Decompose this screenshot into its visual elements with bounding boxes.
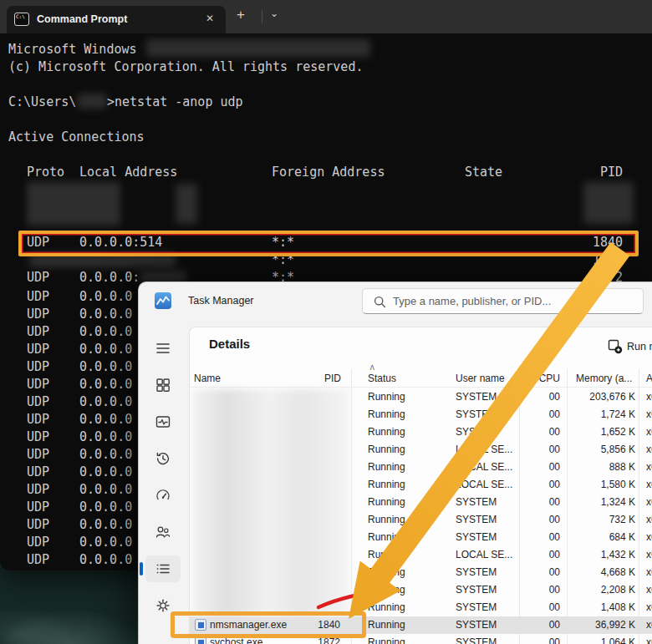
process-cpu: 00 (527, 514, 560, 525)
process-memory: 1,064 K (558, 636, 635, 644)
selected-indicator (140, 562, 143, 576)
process-cpu: 00 (527, 461, 560, 473)
redacted-netstat-rows (27, 182, 120, 226)
redacted-netstat-rows (583, 182, 634, 224)
sidebar-item-performance[interactable] (145, 408, 181, 435)
process-user: SYSTEM (456, 426, 497, 438)
netstat-row-proto: UDP (27, 394, 49, 409)
terminal-line-windows: Microsoft Windows (8, 42, 137, 57)
app-history-icon (155, 450, 171, 467)
netstat-row-local: 0.0.0.0 (79, 324, 132, 339)
run-new-task-button[interactable]: Run new task (608, 338, 652, 357)
close-tab-icon[interactable]: ✕ (206, 13, 214, 24)
task-manager-app-icon (155, 292, 171, 309)
process-arch: x64 (646, 531, 652, 543)
process-memory: 684 K (558, 531, 635, 543)
process-cpu: 00 (527, 584, 560, 596)
terminal-tab-bar: C:\ Command Prompt ✕ + ⌄ (0, 0, 652, 33)
process-status: Running (368, 584, 405, 596)
prompt-command: >netstat -anop udp (107, 94, 243, 109)
netstat-row-proto: UDP (27, 429, 49, 444)
tab-bar-divider (262, 10, 262, 23)
sidebar-item-processes[interactable] (145, 372, 181, 398)
netstat-row-local: 0.0.0.0 (79, 552, 132, 567)
process-user: LOCAL SE... (456, 549, 512, 560)
process-user: SYSTEM (456, 496, 497, 508)
process-arch: x64 (646, 566, 652, 578)
column-header-status[interactable]: Status (368, 373, 396, 384)
netstat-row-proto: UDP (27, 482, 49, 497)
process-cpu: 00 (527, 444, 560, 455)
netstat-row-proto: UDP (27, 552, 49, 567)
column-header-pid[interactable]: PID (291, 373, 341, 384)
netstat-row-proto: UDP (27, 342, 49, 357)
process-arch: x64 (646, 514, 652, 525)
netstat-row-proto: UDP (27, 377, 49, 392)
column-header-architecture[interactable]: Architecture (646, 373, 652, 384)
process-arch: x64 (646, 496, 652, 508)
tab-dropdown-icon[interactable]: ⌄ (270, 8, 278, 19)
new-tab-icon[interactable]: + (237, 7, 245, 23)
header-divider (190, 387, 652, 388)
command-prompt-icon-glyph: C:\ (16, 13, 25, 19)
column-header-memory[interactable]: Memory (a... (576, 373, 632, 384)
tab-title: Command Prompt (37, 13, 127, 25)
sort-ascending-icon: ᐱ (324, 364, 374, 372)
process-cpu: 00 (527, 479, 560, 490)
performance-icon (155, 413, 171, 430)
column-header-user[interactable]: User name (456, 373, 505, 384)
search-icon (374, 296, 386, 308)
process-status: Running (368, 444, 405, 455)
netstat-row-proto: UDP (27, 412, 49, 427)
process-status: Running (368, 619, 405, 631)
process-arch: x64 (646, 636, 652, 644)
netstat-row-local: 0.0.0.0 (79, 289, 132, 304)
processes-icon (155, 377, 171, 393)
process-user: SYSTEM (456, 514, 497, 525)
run-new-task-label: Run new task (627, 341, 652, 352)
netstat-col-pid: PID (573, 165, 623, 180)
process-user: SYSTEM (456, 391, 497, 403)
process-cpu: 00 (527, 496, 560, 508)
netstat-col-state: State (465, 165, 502, 180)
process-cpu: 00 (527, 531, 560, 543)
process-memory: 732 K (558, 514, 635, 525)
search-input[interactable] (393, 290, 635, 312)
tab-command-prompt[interactable]: C:\ Command Prompt ✕ (7, 6, 226, 33)
netstat-row-local: 0.0.0.0 (79, 412, 132, 427)
terminal-line-copyright: (c) Microsoft Corporation. All rights re… (8, 59, 363, 74)
page-title: Details (209, 337, 250, 351)
details-panel: Details Run new task ᐱ Name PID Status U… (189, 327, 652, 644)
process-cpu: 00 (527, 566, 560, 578)
menu-button[interactable] (145, 335, 181, 362)
netstat-row-proto: UDP (27, 499, 49, 515)
startup-apps-icon (155, 487, 171, 504)
redacted-username (78, 94, 107, 109)
redacted-process-names (191, 389, 350, 616)
netstat-row-local: 0.0.0.0 (79, 482, 132, 497)
netstat-row-local: 0.0.0.0 (79, 447, 132, 462)
process-status: Running (368, 531, 405, 543)
process-cpu: 00 (527, 636, 560, 644)
process-status: Running (368, 514, 405, 525)
process-status: Running (368, 408, 405, 420)
sidebar-item-details[interactable] (145, 555, 181, 582)
netstat-row-local: 0.0.0.0 (79, 342, 132, 357)
process-arch: x64 (646, 549, 652, 560)
netstat-row-proto: UDP (27, 270, 49, 285)
search-box[interactable] (362, 288, 644, 314)
column-header-name[interactable]: Name (194, 373, 221, 384)
process-cpu: 00 (527, 426, 560, 438)
process-user: SYSTEM (456, 566, 497, 578)
sidebar-item-app-history[interactable] (145, 445, 181, 472)
process-memory: 36,992 K (558, 619, 635, 631)
sidebar-item-startup-apps[interactable] (145, 482, 181, 509)
netstat-row-local: 0.0.0.0 (79, 499, 132, 515)
process-status: Running (368, 391, 405, 403)
sidebar-item-users[interactable] (145, 519, 181, 545)
column-header-cpu[interactable]: CPU (527, 373, 560, 384)
process-cpu: 00 (527, 408, 560, 420)
process-user: SYSTEM (456, 601, 497, 613)
process-memory: 888 K (558, 461, 635, 473)
process-status: Running (368, 636, 405, 644)
